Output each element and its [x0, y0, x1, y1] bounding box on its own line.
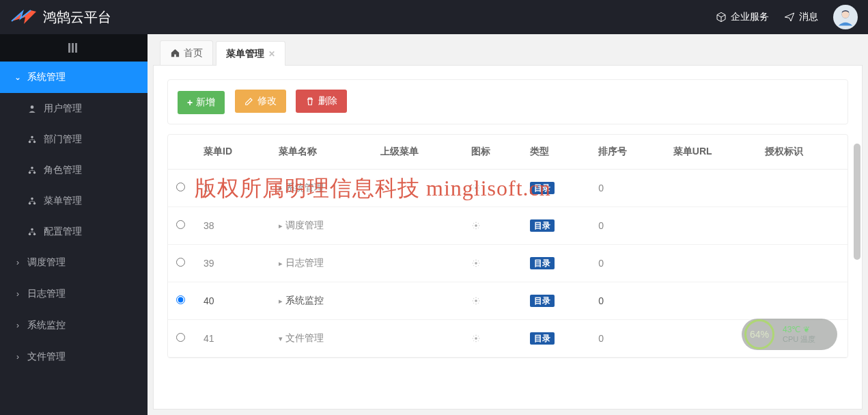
svg-point-6: [31, 135, 33, 138]
cell-name[interactable]: ▸系统管理: [270, 170, 373, 207]
avatar-icon: [836, 8, 855, 27]
cell-parent: [372, 282, 463, 320]
svg-point-12: [31, 197, 33, 200]
table-row[interactable]: 1▸系统管理目录0: [168, 170, 848, 207]
svg-point-22: [475, 337, 477, 340]
sidebar-item-3[interactable]: ›系统监控: [0, 310, 148, 341]
svg-rect-4: [75, 43, 77, 53]
plus-icon: +: [187, 97, 193, 108]
cell-sort: 0: [590, 282, 665, 320]
row-radio[interactable]: [176, 183, 185, 191]
top-header: 鸿鹄云平台 企业服务 消息: [0, 0, 868, 34]
sidebar-sub-0-1[interactable]: 部门管理: [0, 124, 148, 155]
row-radio[interactable]: [176, 295, 185, 304]
chevron-down-icon: ⌄: [12, 72, 23, 82]
sitemap-icon: [27, 165, 37, 175]
sidebar-sub-0-3[interactable]: 菜单管理: [0, 185, 148, 216]
cell-sort: 0: [590, 320, 665, 358]
sidebar-sub-0-0[interactable]: 用户管理: [0, 93, 148, 124]
sidebar-collapse-toggle[interactable]: [0, 34, 148, 62]
brand-logo-icon: [10, 8, 38, 27]
cell-name[interactable]: ▸日志管理: [270, 245, 373, 282]
tab-0[interactable]: 首页: [160, 40, 213, 65]
svg-point-7: [29, 140, 31, 143]
cell-sort: 0: [590, 245, 665, 282]
cell-name[interactable]: ▾文件管理: [270, 320, 373, 358]
svg-point-17: [33, 232, 36, 235]
col-header-1: 菜单名称: [270, 135, 373, 170]
expand-caret-icon[interactable]: ▸: [279, 297, 283, 305]
scrollbar-track[interactable]: [854, 66, 860, 409]
delete-button[interactable]: 删除: [296, 90, 347, 113]
col-header-0: 菜单ID: [195, 135, 270, 170]
edit-button[interactable]: 修改: [235, 90, 286, 113]
svg-point-9: [31, 166, 33, 169]
sidebar: ⌄系统管理用户管理部门管理角色管理菜单管理配置管理›调度管理›日志管理›系统监控…: [0, 34, 148, 415]
expand-caret-icon[interactable]: ▸: [279, 184, 283, 192]
sidebar-sub-0-4[interactable]: 配置管理: [0, 216, 148, 247]
cell-name[interactable]: ▸调度管理: [270, 207, 373, 245]
sidebar-item-0[interactable]: ⌄系统管理: [0, 62, 148, 93]
row-radio[interactable]: [176, 333, 185, 342]
tabs-bar: 首页菜单管理✕: [153, 40, 863, 66]
svg-point-10: [29, 171, 31, 174]
svg-rect-2: [68, 43, 70, 53]
svg-point-16: [29, 232, 31, 235]
svg-point-21: [475, 299, 477, 302]
row-radio[interactable]: [176, 220, 185, 229]
user-avatar[interactable]: [833, 5, 858, 29]
row-radio[interactable]: [176, 258, 185, 267]
cpu-widget[interactable]: 64% 43℃ ❦ CPU 温度: [742, 319, 837, 350]
chevron-right-icon: ›: [12, 352, 23, 362]
cell-icon: [463, 282, 522, 320]
table-row[interactable]: 39▸日志管理目录0: [168, 245, 848, 282]
enterprise-service-link[interactable]: 企业服务: [716, 11, 769, 23]
cell-url: [665, 207, 757, 245]
sidebar-item-1[interactable]: ›调度管理: [0, 247, 148, 278]
sidebar-sub-0-2[interactable]: 角色管理: [0, 155, 148, 185]
brand-name: 鸿鹄云平台: [43, 8, 111, 27]
cell-name[interactable]: ▸系统监控: [270, 282, 373, 320]
gear-icon: [471, 183, 481, 193]
svg-point-15: [31, 228, 33, 230]
menu-icon: [68, 43, 79, 53]
chevron-right-icon: ›: [12, 289, 23, 299]
sidebar-item-4[interactable]: ›文件管理: [0, 341, 148, 373]
scrollbar-thumb[interactable]: [854, 144, 860, 260]
cell-url: [665, 282, 757, 320]
table-row[interactable]: 38▸调度管理目录0: [168, 207, 848, 245]
expand-caret-icon[interactable]: ▾: [279, 334, 283, 343]
sidebar-item-2[interactable]: ›日志管理: [0, 278, 148, 310]
add-button[interactable]: + 新增: [178, 91, 225, 114]
svg-point-13: [29, 202, 31, 204]
col-header-4: 类型: [522, 135, 590, 170]
cell-icon: [463, 207, 522, 245]
cell-type: 目录: [522, 320, 590, 358]
cell-parent: [372, 245, 463, 282]
gear-icon: [471, 258, 481, 268]
svg-point-20: [475, 262, 477, 265]
close-icon[interactable]: ✕: [268, 49, 275, 59]
expand-caret-icon[interactable]: ▸: [279, 222, 283, 230]
svg-point-19: [475, 224, 477, 227]
cell-parent: [372, 320, 463, 358]
messages-link[interactable]: 消息: [784, 11, 818, 23]
tab-1[interactable]: 菜单管理✕: [216, 41, 285, 66]
brand: 鸿鹄云平台: [10, 8, 147, 27]
trash-icon: [305, 96, 315, 106]
expand-caret-icon[interactable]: ▸: [279, 259, 283, 267]
cell-icon: [463, 320, 522, 358]
cell-type: 目录: [522, 282, 590, 320]
send-icon: [784, 12, 795, 23]
sitemap-icon: [27, 227, 37, 237]
gear-icon: [471, 221, 481, 230]
col-header-6: 菜单URL: [665, 135, 757, 170]
cell-id: 40: [195, 282, 270, 320]
edit-icon: [244, 96, 254, 106]
cell-type: 目录: [522, 170, 590, 207]
chevron-right-icon: ›: [12, 258, 23, 267]
cell-icon: [463, 170, 522, 207]
header-right: 企业服务 消息: [716, 5, 858, 29]
table-row[interactable]: 40▸系统监控目录0: [168, 282, 848, 320]
cell-url: [665, 245, 757, 282]
